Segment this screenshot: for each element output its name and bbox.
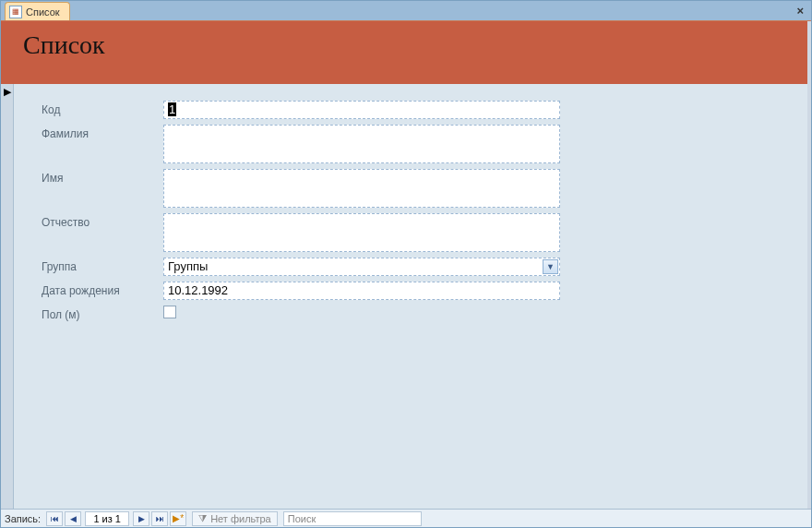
form-detail: ▶ Код 1 Фамилия Имя Отчество — [1, 84, 811, 509]
group-selected: Группы — [168, 259, 208, 273]
code-value: 1 — [168, 102, 176, 116]
next-record-button[interactable]: ▶ — [133, 511, 149, 526]
last-record-button[interactable]: ⏭ — [151, 511, 168, 526]
name-label: Имя — [42, 169, 163, 185]
current-record-indicator: ▶ — [1, 86, 13, 98]
page-title: Список — [23, 30, 105, 60]
code-label: Код — [42, 101, 163, 116]
patronymic-label: Отчество — [42, 213, 163, 229]
group-label: Группа — [42, 258, 163, 273]
filter-label: Нет фильтра — [210, 513, 271, 524]
sex-label: Пол (м) — [42, 306, 163, 321]
code-field[interactable]: 1 — [163, 101, 560, 119]
birthdate-field[interactable]: 10.12.1992 — [163, 282, 560, 300]
surname-field[interactable] — [163, 125, 560, 163]
search-placeholder: Поиск — [288, 513, 316, 524]
tab-bar: ▦ Список × — [1, 1, 811, 21]
prev-record-button[interactable]: ◀ — [65, 511, 81, 526]
first-record-button[interactable]: ⏮ — [46, 511, 63, 526]
birthdate-value: 10.12.1992 — [168, 283, 228, 297]
recnav-label: Запись: — [5, 513, 41, 524]
filter-icon: ⧩ — [198, 512, 207, 524]
new-record-button[interactable]: ▶* — [170, 511, 186, 526]
form-body: Код 1 Фамилия Имя Отчество Группа — [14, 84, 811, 509]
form-icon: ▦ — [9, 6, 22, 18]
chevron-down-icon[interactable]: ▼ — [543, 259, 558, 274]
scrollbar-vertical[interactable] — [807, 21, 811, 509]
record-position-input[interactable] — [85, 511, 129, 526]
patronymic-field[interactable] — [163, 213, 560, 252]
sex-checkbox[interactable] — [163, 306, 176, 318]
group-select[interactable]: Группы ▼ — [163, 258, 560, 276]
form-tab[interactable]: ▦ Список — [5, 2, 70, 20]
record-navigation: Запись: ⏮ ◀ ▶ ⏭ ▶* ⧩ Нет фильтра Поиск — [1, 509, 811, 527]
filter-indicator[interactable]: ⧩ Нет фильтра — [192, 511, 278, 526]
surname-label: Фамилия — [42, 125, 163, 140]
birthdate-label: Дата рождения — [42, 282, 163, 297]
tab-title: Список — [26, 6, 60, 18]
close-icon[interactable]: × — [796, 4, 804, 18]
name-field[interactable] — [163, 169, 560, 208]
record-selector[interactable]: ▶ — [1, 84, 14, 509]
search-input[interactable]: Поиск — [283, 511, 422, 526]
form-header: Список — [1, 21, 811, 84]
